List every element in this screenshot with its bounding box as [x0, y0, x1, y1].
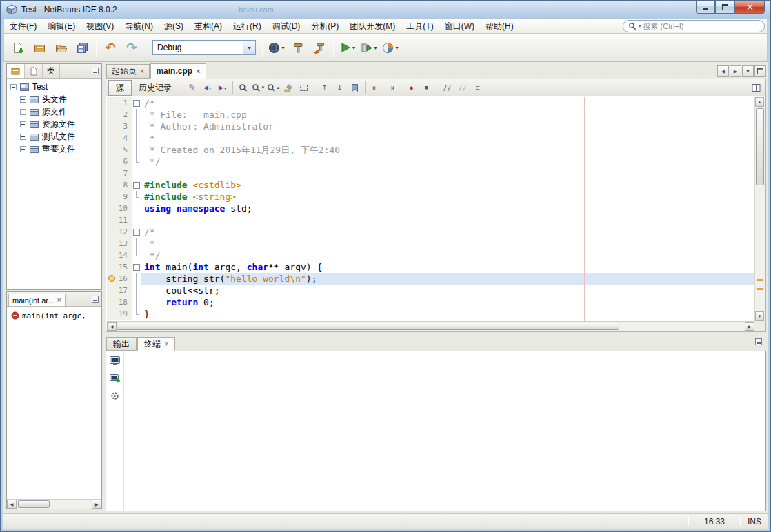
line-number[interactable]: 15 — [107, 261, 132, 273]
code-line[interactable]: 1/* — [107, 97, 754, 109]
menu-item[interactable]: 视图(V) — [81, 19, 119, 33]
chevron-down-icon[interactable]: ▼ — [243, 41, 255, 54]
navigator-tab[interactable]: main(int ar... × — [8, 294, 66, 306]
code-line[interactable]: 14 */ — [107, 249, 754, 261]
line-number[interactable]: 9 — [107, 191, 132, 203]
open-project-button[interactable] — [50, 37, 71, 58]
terminal-content[interactable] — [106, 351, 766, 511]
expand-icon[interactable] — [20, 146, 26, 152]
code-line[interactable]: 16 string str("hello world\n"); — [107, 273, 754, 285]
menu-item[interactable]: 运行(R) — [228, 19, 267, 33]
editor-tab[interactable]: main.cpp× — [150, 63, 206, 79]
chevron-down-icon[interactable]: ▾ — [639, 23, 641, 29]
fold-collapse-icon[interactable] — [132, 97, 141, 109]
comment-icon[interactable]: // — [440, 81, 454, 94]
code-lines[interactable]: 1/*2 * File: main.cpp3 * Author: Adminis… — [107, 97, 754, 321]
minimize-panel-icon[interactable] — [752, 338, 765, 345]
tab-list-icon[interactable]: ▼ — [742, 65, 754, 77]
line-number[interactable]: 12 — [107, 226, 132, 238]
editor-vscrollbar[interactable]: ▲ ▼ — [754, 97, 765, 321]
toggle-highlight-icon[interactable] — [281, 81, 296, 94]
code-text[interactable]: * — [141, 132, 754, 144]
projects-tab[interactable] — [7, 64, 25, 78]
next-bookmark-icon[interactable]: ↧ — [332, 81, 347, 94]
code-text[interactable]: using namespace std; — [141, 203, 754, 214]
line-number[interactable]: 2 — [107, 109, 132, 121]
build-host-button[interactable]: ▾ — [266, 37, 287, 58]
code-line[interactable]: 4 * — [107, 132, 754, 144]
scrollbar-track[interactable] — [755, 107, 765, 311]
format-icon[interactable]: ≡ — [470, 81, 485, 94]
expand-icon[interactable] — [20, 134, 26, 140]
code-line[interactable]: 2 * File: main.cpp — [107, 109, 754, 121]
tree-item[interactable]: 测试文件 — [7, 130, 101, 143]
tree-root[interactable]: Test — [7, 81, 101, 93]
code-text[interactable]: return 0; — [141, 296, 754, 308]
bottom-tab[interactable]: 输出 — [106, 337, 137, 351]
forward-icon[interactable]: ▶▾ — [215, 81, 230, 94]
scrollbar-thumb[interactable] — [756, 108, 764, 185]
error-stripe-mark[interactable] — [757, 288, 763, 290]
error-stripe-mark[interactable] — [757, 279, 763, 281]
close-icon[interactable]: × — [196, 68, 200, 75]
menu-item[interactable]: 工具(T) — [401, 19, 439, 33]
code-line[interactable]: 19} — [107, 308, 754, 320]
run-button[interactable]: ▾ — [337, 37, 358, 58]
find-previous-icon[interactable]: ▲ — [266, 81, 281, 94]
redo-button[interactable]: ↷ — [121, 37, 142, 58]
menu-item[interactable]: 窗口(W) — [439, 19, 480, 33]
line-number[interactable]: 18 — [107, 296, 132, 308]
search-box[interactable]: ▾ 搜索 (Ctrl+I) — [623, 20, 765, 32]
shift-line-left-icon[interactable]: ⇤ — [368, 81, 383, 94]
bottom-tab[interactable]: 终端× — [137, 337, 175, 351]
code-text[interactable]: * Author: Administrator — [141, 121, 754, 132]
find-selection-icon[interactable] — [236, 81, 250, 94]
expand-icon[interactable] — [20, 121, 26, 127]
tree-item[interactable]: 重要文件 — [7, 143, 101, 155]
code-line[interactable]: 15int main(int argc, char** argv) { — [107, 261, 754, 273]
menu-item[interactable]: 编辑(E) — [42, 19, 81, 33]
find-next-icon[interactable]: ▼ — [251, 81, 266, 94]
code-text[interactable]: * — [141, 238, 754, 249]
menu-item[interactable]: 文件(F) — [4, 19, 42, 33]
code-text[interactable]: #include <string> — [141, 191, 754, 203]
code-text[interactable]: int main(int argc, char** argv) { — [141, 261, 754, 273]
scroll-up-icon[interactable]: ▲ — [755, 97, 764, 107]
tree-item[interactable]: 资源文件 — [7, 118, 101, 130]
scrollbar-thumb[interactable] — [117, 323, 619, 330]
menu-item[interactable]: 调试(D) — [267, 19, 306, 33]
maximize-button[interactable] — [715, 1, 734, 14]
code-line[interactable]: 7 — [107, 167, 754, 179]
code-text[interactable]: * File: main.cpp — [141, 109, 754, 121]
config-combobox[interactable]: Debug ▼ — [152, 40, 256, 55]
minimize-panel-icon[interactable] — [89, 64, 101, 78]
line-number[interactable]: 3 — [107, 121, 132, 132]
scroll-left-icon[interactable]: ◀ — [107, 322, 117, 331]
debug-button[interactable]: ▾ — [359, 37, 379, 58]
split-document-icon[interactable] — [749, 81, 763, 94]
source-view-button[interactable]: 源 — [108, 80, 132, 96]
files-tab[interactable] — [25, 64, 43, 78]
code-line[interactable]: 18 return 0; — [107, 296, 754, 308]
history-view-button[interactable]: 历史记录 — [133, 81, 177, 95]
line-number[interactable]: 6 — [107, 156, 132, 167]
scrollbar-thumb[interactable] — [18, 500, 50, 508]
new-project-button[interactable] — [29, 37, 50, 58]
menu-item[interactable]: 导航(N) — [119, 19, 159, 33]
scroll-right-icon[interactable]: ▶ — [92, 500, 101, 509]
code-line[interactable]: 10using namespace std; — [107, 203, 754, 214]
navigator-hscrollbar[interactable]: ◀ ▶ — [7, 499, 101, 509]
line-number[interactable]: 8 — [107, 179, 132, 191]
chevron-down-icon[interactable]: ▾ — [281, 45, 284, 51]
scroll-tabs-right-icon[interactable]: ▶ — [730, 65, 741, 77]
line-number[interactable]: 10 — [107, 203, 132, 214]
tree-item[interactable]: 源文件 — [7, 105, 101, 118]
classes-tab[interactable]: 类 — [43, 64, 60, 78]
menu-item[interactable]: 重构(A) — [189, 19, 228, 33]
line-number[interactable]: 17 — [107, 285, 132, 296]
line-number[interactable]: 1 — [107, 97, 132, 109]
code-line[interactable]: 12/* — [107, 226, 754, 238]
previous-bookmark-icon[interactable]: ↥ — [317, 81, 332, 94]
expand-icon[interactable] — [20, 96, 26, 103]
last-edit-position-icon[interactable]: ✎ — [185, 81, 199, 94]
